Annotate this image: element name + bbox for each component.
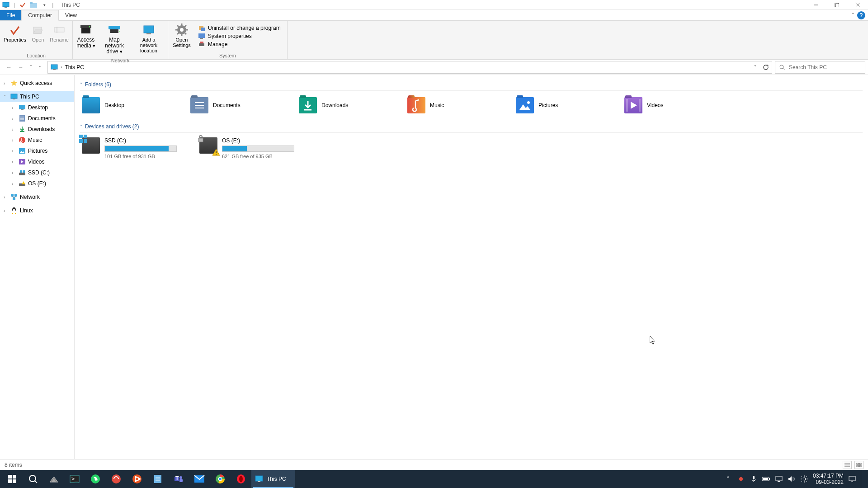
taskbar-mail[interactable]	[189, 470, 210, 488]
task-view-button[interactable]	[43, 470, 64, 488]
taskbar-chrome[interactable]	[210, 470, 231, 488]
manage-button[interactable]: Manage	[198, 41, 281, 48]
nav-os-e[interactable]: ›OS (E:)	[0, 178, 74, 189]
taskbar-whatsapp[interactable]	[85, 470, 106, 488]
taskbar-explorer[interactable]: This PC	[251, 470, 295, 488]
add-network-location-button[interactable]: Add a network location	[132, 23, 165, 54]
nav-desktop[interactable]: ›Desktop	[0, 102, 74, 113]
nav-this-pc[interactable]: ˅ This PC	[0, 91, 74, 102]
folder-music[interactable]: Music	[406, 94, 514, 117]
ribbon-group-system: Open Settings Uninstall or change a prog…	[168, 21, 288, 59]
drive-icon	[18, 169, 26, 177]
forward-button[interactable]: →	[18, 64, 24, 70]
nav-quick-access[interactable]: › Quick access	[0, 78, 74, 89]
tab-file[interactable]: File	[0, 10, 21, 20]
tray-volume-icon[interactable]	[788, 475, 796, 483]
start-button[interactable]	[2, 470, 23, 488]
tray-network-icon[interactable]	[775, 475, 783, 483]
drive-icon	[82, 137, 100, 154]
nav-downloads[interactable]: ›Downloads	[0, 124, 74, 135]
uninstall-program-button[interactable]: Uninstall or change a program	[198, 24, 281, 32]
breadcrumb-sep-icon[interactable]: ›	[61, 65, 62, 70]
drive-os-e[interactable]: OS (E:) 621 GB free of 935 GB	[198, 136, 306, 161]
system-tray: ˄ 03:47:17 PM 09-03-2022	[724, 470, 866, 488]
svg-rect-80	[857, 463, 859, 465]
tray-microphone-icon[interactable]	[750, 475, 758, 483]
tab-view[interactable]: View	[59, 10, 83, 20]
folder-documents[interactable]: Documents	[189, 94, 297, 117]
map-network-drive-button[interactable]: Map network drive ▾	[98, 23, 131, 56]
folder-pictures[interactable]: Pictures	[514, 94, 623, 117]
taskbar-opera[interactable]	[231, 470, 251, 488]
tray-chevron-up-icon[interactable]: ˄	[724, 475, 732, 483]
tray-record-icon[interactable]	[737, 475, 745, 483]
system-properties-button[interactable]: System properties	[198, 33, 281, 40]
view-details-button[interactable]	[843, 461, 852, 469]
maximize-button[interactable]	[826, 0, 847, 10]
svg-point-14	[89, 26, 90, 28]
section-folders[interactable]: ˅ Folders (6)	[80, 79, 863, 91]
qat-newfolder-icon[interactable]	[29, 1, 38, 9]
drive-ssd-c[interactable]: SSD (C:) 101 GB free of 931 GB	[80, 136, 189, 161]
view-large-icons-button[interactable]	[854, 461, 863, 469]
help-icon[interactable]: ?	[857, 11, 865, 19]
tray-settings-icon[interactable]	[800, 475, 808, 483]
nav-network[interactable]: ›Network	[0, 192, 74, 202]
access-media-button[interactable]: Access media ▾	[75, 23, 96, 50]
nav-ssd-c[interactable]: ›SSD (C:)	[0, 167, 74, 178]
search-icon	[779, 64, 785, 70]
tray-notifications-icon[interactable]	[848, 475, 856, 483]
taskbar-app-red[interactable]	[106, 470, 127, 488]
back-button[interactable]: ←	[6, 64, 12, 70]
open-button[interactable]: Open	[29, 23, 47, 43]
folder-downloads[interactable]: Downloads	[297, 94, 406, 117]
svg-line-29	[177, 33, 179, 34]
open-settings-button[interactable]: Open Settings	[171, 23, 193, 49]
app-icon	[2, 1, 10, 9]
properties-button[interactable]: Properties	[3, 23, 27, 43]
svg-rect-10	[54, 28, 64, 32]
nav-pictures[interactable]: ›Pictures	[0, 145, 74, 156]
address-bar[interactable]: › This PC ˅	[47, 61, 772, 74]
folder-videos[interactable]: Videos	[623, 94, 731, 117]
svg-text:T: T	[175, 475, 179, 482]
collapse-ribbon-icon[interactable]: ˄	[852, 12, 854, 18]
taskbar-teams[interactable]: T	[168, 470, 189, 488]
nav-music[interactable]: ›Music	[0, 135, 74, 145]
svg-rect-85	[13, 475, 16, 479]
up-button[interactable]: ↑	[38, 64, 41, 70]
taskbar-terminal[interactable]: >_	[64, 470, 85, 488]
refresh-icon[interactable]	[763, 64, 769, 70]
svg-rect-16	[108, 26, 120, 29]
nav-videos[interactable]: ›Videos	[0, 156, 74, 167]
nav-documents[interactable]: ›Documents	[0, 113, 74, 124]
folder-desktop[interactable]: Desktop	[80, 94, 189, 117]
taskbar-clock[interactable]: 03:47:17 PM 09-03-2022	[813, 473, 844, 486]
nav-linux[interactable]: ›Linux	[0, 205, 74, 216]
taskbar-ubuntu[interactable]	[127, 470, 147, 488]
section-drives[interactable]: ˅ Devices and drives (2)	[80, 121, 863, 133]
svg-rect-106	[179, 479, 183, 482]
recent-dropdown-icon[interactable]: ˅	[30, 65, 32, 70]
rename-button[interactable]: Rename	[49, 23, 70, 43]
search-button[interactable]	[23, 470, 43, 488]
breadcrumb-this-pc[interactable]: This PC	[65, 64, 84, 70]
close-button[interactable]	[847, 0, 868, 10]
windows-icon	[79, 135, 87, 143]
search-placeholder: Search This PC	[789, 64, 827, 70]
pc-icon	[10, 93, 18, 101]
address-dropdown-icon[interactable]: ˅	[754, 65, 756, 70]
qat-properties-icon[interactable]	[19, 1, 27, 9]
svg-point-93	[112, 474, 121, 483]
show-desktop-button[interactable]	[861, 470, 863, 488]
qat-dropdown-icon[interactable]: ▾	[40, 1, 48, 9]
minimize-button[interactable]	[806, 0, 826, 10]
svg-rect-114	[258, 481, 260, 482]
tray-battery-icon[interactable]	[762, 475, 770, 483]
tab-computer[interactable]: Computer	[21, 10, 59, 21]
svg-rect-82	[857, 465, 859, 467]
chevron-down-icon: ˅	[80, 124, 82, 129]
taskbar-notepad[interactable]	[147, 470, 168, 488]
search-input[interactable]: Search This PC	[775, 61, 865, 74]
svg-point-110	[219, 478, 222, 480]
